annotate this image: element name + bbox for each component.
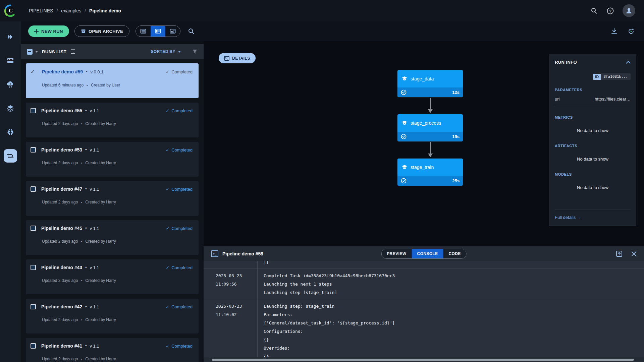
runs-list-header: RUNS LIST SORTED BY bbox=[21, 44, 204, 59]
split-view-button[interactable] bbox=[151, 26, 165, 37]
chevron-up-icon[interactable] bbox=[626, 61, 631, 64]
completed-check-icon: ✓ bbox=[166, 69, 169, 74]
nav-models[interactable] bbox=[4, 125, 17, 139]
nav-workers-queues[interactable] bbox=[4, 54, 17, 67]
run-author: Created by Harry bbox=[85, 200, 116, 204]
run-version: v 1.1 bbox=[90, 304, 99, 309]
new-run-button[interactable]: NEW RUN bbox=[28, 25, 69, 37]
full-details-link[interactable]: Full details → bbox=[555, 215, 581, 220]
step-type-icon bbox=[401, 76, 408, 81]
run-meta: Updated 2 days ago • Created by Harry bbox=[42, 239, 193, 244]
pipeline-step-node[interactable]: stage_train 25s bbox=[397, 159, 463, 186]
nav-applications[interactable] bbox=[4, 78, 17, 91]
run-name: Pipeline demo #47 bbox=[41, 186, 82, 192]
chart-view-button[interactable] bbox=[165, 26, 180, 37]
view-toggle-group bbox=[136, 25, 180, 37]
open-archive-button[interactable]: OPEN ARCHIVE bbox=[74, 25, 129, 37]
run-updated: Updated 2 days ago bbox=[42, 121, 78, 126]
run-author: Created by Harry bbox=[85, 239, 116, 244]
dot-separator: • bbox=[81, 161, 82, 165]
runs-list-title: RUNS LIST bbox=[42, 49, 66, 54]
svg-text:?: ? bbox=[609, 9, 611, 13]
select-all-checkbox[interactable] bbox=[27, 49, 33, 55]
log-row: {} bbox=[204, 261, 644, 269]
log-row: 2025-03-23 11:09:56 Completed Task id=35… bbox=[204, 268, 644, 299]
run-checkbox[interactable] bbox=[31, 108, 36, 113]
details-button[interactable]: DETAILS bbox=[219, 53, 256, 63]
dot-separator: • bbox=[85, 187, 87, 191]
run-id-chip[interactable]: ID 8fa1081b... bbox=[593, 73, 631, 80]
expand-panel-icon[interactable] bbox=[616, 250, 623, 257]
run-name: Pipeline demo #43 bbox=[41, 265, 82, 270]
open-archive-label: OPEN ARCHIVE bbox=[89, 29, 123, 34]
run-list-item[interactable]: ✓ Pipeline demo #43 • v 1.1 ✓Completed U… bbox=[26, 259, 199, 294]
breadcrumb-examples[interactable]: examples bbox=[61, 8, 81, 13]
runs-list: ✓ Pipeline demo #59 • v 0.0.1 ✓Completed… bbox=[21, 59, 204, 362]
run-checkbox[interactable] bbox=[31, 186, 36, 192]
filter-icon[interactable] bbox=[192, 49, 198, 54]
run-checkbox[interactable] bbox=[31, 265, 36, 270]
split-view-icon bbox=[155, 28, 161, 34]
log-messages: Completed Task id=358d23f9b10a445c98becb… bbox=[258, 269, 395, 299]
run-list-item[interactable]: ✓ Pipeline demo #47 • v 1.1 ✓Completed U… bbox=[26, 181, 199, 216]
run-list-item[interactable]: ✓ Pipeline demo #55 • v 1.1 ✓Completed U… bbox=[26, 103, 199, 137]
run-list-item[interactable]: ✓ Pipeline demo #59 • v 0.0.1 ✓Completed… bbox=[26, 63, 199, 98]
table-view-button[interactable] bbox=[136, 26, 151, 37]
pipeline-step-node[interactable]: stage_data 12s bbox=[397, 70, 463, 97]
collapse-rows-icon[interactable] bbox=[70, 49, 76, 54]
parameter-value: https://files.clear… bbox=[595, 97, 631, 102]
console-tab-preview[interactable]: PREVIEW bbox=[381, 249, 412, 258]
step-duration: 12s bbox=[452, 90, 460, 95]
run-status-badge: ✓Completed bbox=[166, 344, 193, 349]
log-timestamp: 2025-03-23 11:10:02 bbox=[204, 299, 258, 357]
run-list-item[interactable]: ✓ Pipeline demo #45 • v 1.1 ✓Completed U… bbox=[26, 220, 199, 255]
run-name: Pipeline demo #45 bbox=[41, 226, 82, 231]
nav-datasets[interactable] bbox=[4, 102, 17, 115]
run-list-item[interactable]: ✓ Pipeline demo #42 • v 1.1 ✓Completed U… bbox=[26, 299, 199, 334]
avatar[interactable] bbox=[623, 4, 635, 17]
console-log[interactable]: {} 2025-03-23 11:09:56 Completed Task id… bbox=[204, 261, 644, 357]
sorted-by-control[interactable]: SORTED BY bbox=[151, 49, 181, 54]
run-checkbox[interactable] bbox=[31, 226, 36, 231]
clearml-logo[interactable]: C bbox=[0, 0, 21, 21]
run-list-item[interactable]: ✓ Pipeline demo #41 • v 1.1 ✓Completed U… bbox=[26, 338, 199, 362]
refresh-icon[interactable] bbox=[628, 28, 635, 35]
console-tab-console[interactable]: CONSOLE bbox=[412, 249, 443, 258]
run-updated: Updated 2 days ago bbox=[42, 200, 78, 204]
layers-icon bbox=[6, 104, 14, 112]
run-name: Pipeline demo #53 bbox=[41, 147, 82, 153]
run-name: Pipeline demo #42 bbox=[41, 304, 82, 309]
pipeline-step-node[interactable]: stage_process 19s bbox=[397, 114, 463, 141]
selection-dropdown-icon[interactable] bbox=[35, 51, 38, 53]
scrollbar-thumb[interactable] bbox=[212, 359, 634, 361]
run-checkbox[interactable] bbox=[31, 147, 36, 153]
brain-icon bbox=[6, 128, 14, 136]
dot-separator: • bbox=[85, 108, 87, 113]
run-checkbox[interactable] bbox=[31, 343, 36, 349]
console-run-title: Pipeline demo #59 bbox=[222, 251, 263, 256]
breadcrumb-current: Pipeline demo bbox=[89, 8, 121, 13]
run-checkbox[interactable] bbox=[31, 304, 36, 309]
breadcrumb-separator: / bbox=[85, 8, 86, 13]
dot-separator: • bbox=[81, 239, 82, 243]
nav-projects[interactable] bbox=[4, 30, 17, 44]
topbar: C PIPELINES / examples / Pipeline demo ? bbox=[0, 0, 644, 21]
chart-view-icon bbox=[170, 28, 176, 34]
search-icon[interactable] bbox=[590, 7, 598, 14]
nav-pipelines[interactable] bbox=[4, 149, 17, 163]
help-icon[interactable]: ? bbox=[606, 7, 614, 14]
dot-separator: • bbox=[81, 279, 82, 283]
download-icon[interactable] bbox=[611, 28, 618, 35]
breadcrumb-pipelines[interactable]: PIPELINES bbox=[29, 8, 53, 13]
console-panel: >_ Pipeline demo #59 PREVIEWCONSOLECODE bbox=[204, 246, 644, 362]
search-runs-icon[interactable] bbox=[188, 28, 195, 35]
completed-check-icon: ✓ bbox=[166, 344, 169, 349]
parameter-row: url https://files.clear… bbox=[555, 97, 631, 105]
run-author: Created by Harry bbox=[85, 317, 116, 322]
run-list-item[interactable]: ✓ Pipeline demo #53 • v 1.1 ✓Completed U… bbox=[26, 142, 199, 177]
terminal-icon: >_ bbox=[211, 250, 218, 257]
console-tab-code[interactable]: CODE bbox=[443, 249, 466, 258]
toolbar: NEW RUN OPEN ARCHIVE bbox=[21, 21, 644, 41]
step-type-icon bbox=[401, 165, 408, 170]
close-icon[interactable] bbox=[631, 251, 637, 256]
